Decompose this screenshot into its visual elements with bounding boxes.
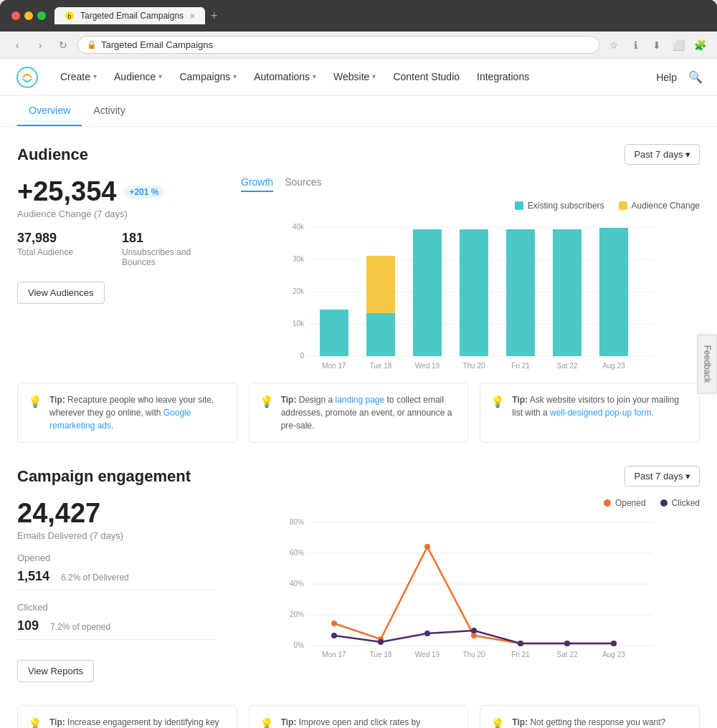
minimize-button[interactable] <box>24 11 33 20</box>
extensions-icon[interactable]: 🧩 <box>691 37 708 54</box>
refresh-button[interactable]: ↻ <box>54 37 72 54</box>
divider-2 <box>17 639 218 640</box>
back-button[interactable]: ‹ <box>9 37 26 54</box>
engagement-tip-1: 💡 Tip: Increase engagement by identifyin… <box>17 705 237 728</box>
lock-icon: 🔒 <box>87 40 97 49</box>
nav-integrations[interactable]: Integrations <box>468 59 538 96</box>
nav-items: Create ▾ Audience ▾ Campaigns ▾ Automati… <box>52 59 656 96</box>
tip3-icon: 💡 <box>490 395 505 432</box>
nav-website[interactable]: Website ▾ <box>325 59 384 96</box>
tip1-text: Tip: Recapture people who leave your sit… <box>49 393 227 432</box>
total-audience-stat: 37,989 Total Audience <box>17 231 113 267</box>
help-button[interactable]: Help <box>656 72 677 83</box>
audience-tips: 💡 Tip: Recapture people who leave your s… <box>17 383 700 443</box>
nav-automations-arrow: ▾ <box>313 72 316 80</box>
audience-chart-legend: Existing subscribers Audience Change <box>241 201 700 211</box>
logo-svg <box>16 66 39 89</box>
svg-text:Tue 18: Tue 18 <box>370 651 392 658</box>
forward-button[interactable]: › <box>32 37 49 54</box>
engagement-section: Campaign engagement Past 7 days ▾ 24,427… <box>17 466 700 682</box>
page-tabs: Overview Activity <box>0 96 717 127</box>
tip2-icon: 💡 <box>260 395 274 432</box>
svg-text:80%: 80% <box>290 518 304 526</box>
audience-change-label: Audience Change (7 days) <box>17 209 218 219</box>
new-tab-button[interactable]: + <box>211 9 217 22</box>
engagement-section-header: Campaign engagement Past 7 days ▾ <box>17 466 700 487</box>
audience-chart-tabs: Growth Sources <box>241 176 700 192</box>
bar-thu20-existing <box>460 229 488 356</box>
engagement-right: Opened Clicked 80% <box>241 498 700 682</box>
clicked-dot-tue <box>378 639 384 645</box>
active-tab[interactable]: b Targeted Email Campaigns ✕ <box>54 7 205 24</box>
unsubscribes-value: 181 <box>122 231 218 246</box>
search-button[interactable]: 🔍 <box>688 70 703 84</box>
close-button[interactable] <box>11 11 20 20</box>
engagement-line-chart: 80% 60% 40% 20% 0% <box>241 514 700 657</box>
browser-window: b Targeted Email Campaigns ✕ + ‹ › ↻ 🔒 T… <box>0 0 717 728</box>
window-icon[interactable]: ⬜ <box>670 37 687 54</box>
feedback-tab[interactable]: Feedback <box>698 335 717 394</box>
opened-dot-mon <box>331 621 337 626</box>
clicked-dot-sat <box>564 641 570 646</box>
clicked-stat-group: Clicked 109 7.2% of opened <box>17 602 218 640</box>
titlebar: b Targeted Email Campaigns ✕ + <box>0 0 717 32</box>
address-bar[interactable]: 🔒 Targeted Email Campaigns <box>77 36 599 54</box>
maximize-button[interactable] <box>37 11 46 20</box>
svg-text:Thu 20: Thu 20 <box>462 651 485 658</box>
view-reports-button[interactable]: View Reports <box>17 660 94 682</box>
opened-dot-wed <box>424 544 430 550</box>
info-icon[interactable]: ℹ <box>627 37 644 54</box>
engagement-date-filter[interactable]: Past 7 days ▾ <box>625 466 700 487</box>
nav-audience-label: Audience <box>114 71 156 82</box>
tab-activity[interactable]: Activity <box>82 96 136 126</box>
legend-existing: Existing subscribers <box>515 201 604 211</box>
clicked-dot-mon <box>331 633 337 638</box>
opened-pct: 6.2% of Delivered <box>61 573 129 583</box>
audience-stats-grid: 37,989 Total Audience 181 Unsubscribes a… <box>17 231 218 267</box>
bar-chart-svg: 40k 30k 20k 10k 0 <box>241 216 700 374</box>
chart-tab-sources[interactable]: Sources <box>285 176 321 192</box>
address-text: Targeted Email Campaigns <box>101 39 213 50</box>
nav-audience[interactable]: Audience ▾ <box>105 59 171 96</box>
emails-delivered-label: Emails Delivered (7 days) <box>17 530 218 541</box>
tab-close-button[interactable]: ✕ <box>189 12 195 20</box>
nav-right: Help 🔍 <box>656 70 703 84</box>
tip3-link[interactable]: well-designed pop-up form <box>550 408 651 418</box>
audience-layout: +25,354 +201 % Audience Change (7 days) … <box>17 176 700 360</box>
legend-opened-label: Opened <box>615 498 646 508</box>
total-audience-value: 37,989 <box>17 231 113 246</box>
audience-left: +25,354 +201 % Audience Change (7 days) … <box>17 176 218 360</box>
audience-bar-chart: 40k 30k 20k 10k 0 <box>241 216 700 360</box>
browser-toolbar: ‹ › ↻ 🔒 Targeted Email Campaigns ☆ ℹ ⬇ ⬜… <box>0 32 717 59</box>
nav-content-studio[interactable]: Content Studio <box>384 59 468 96</box>
eng-tip2-icon: 💡 <box>260 717 274 728</box>
chart-tab-growth[interactable]: Growth <box>241 176 273 192</box>
legend-clicked-label: Clicked <box>672 498 700 508</box>
star-icon[interactable]: ☆ <box>605 37 622 54</box>
view-audiences-button[interactable]: View Audiences <box>17 282 105 304</box>
svg-text:Thu 20: Thu 20 <box>462 362 485 370</box>
nav-create[interactable]: Create ▾ <box>52 59 105 96</box>
clicked-dot-fri <box>518 641 523 646</box>
download-icon[interactable]: ⬇ <box>648 37 665 54</box>
nav-automations[interactable]: Automations ▾ <box>245 59 325 96</box>
bar-mon17-existing <box>320 310 348 356</box>
legend-opened: Opened <box>604 498 646 508</box>
tab-overview[interactable]: Overview <box>17 96 82 126</box>
clicked-dot-thu <box>471 628 477 633</box>
bar-wed19-existing <box>413 229 442 356</box>
legend-existing-label: Existing subscribers <box>528 201 604 211</box>
clicked-title: Clicked <box>17 602 218 613</box>
engagement-tips: 💡 Tip: Increase engagement by identifyin… <box>17 705 700 728</box>
tip2-link[interactable]: landing page <box>335 395 384 405</box>
svg-text:Mon 17: Mon 17 <box>322 362 346 370</box>
nav-campaigns[interactable]: Campaigns ▾ <box>171 59 245 96</box>
eng-tip3-icon: 💡 <box>490 717 505 728</box>
svg-text:Sat 22: Sat 22 <box>557 651 578 658</box>
svg-text:60%: 60% <box>290 549 304 557</box>
tip1-link[interactable]: Google remarketing ads <box>49 408 191 431</box>
opened-dot-thu <box>471 633 477 638</box>
audience-date-filter[interactable]: Past 7 days ▾ <box>625 144 700 165</box>
tab-favicon: b <box>65 11 75 21</box>
svg-text:0%: 0% <box>294 641 305 649</box>
